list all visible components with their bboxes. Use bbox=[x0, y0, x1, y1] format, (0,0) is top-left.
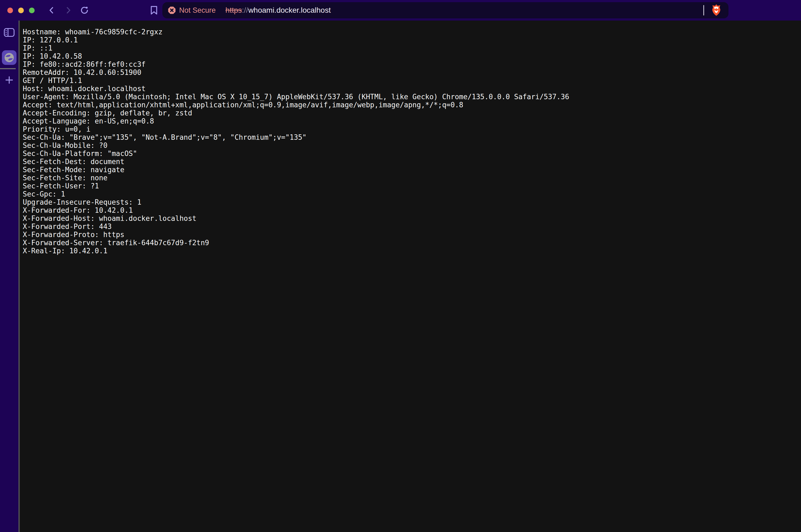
bookmark-icon bbox=[150, 5, 158, 15]
back-icon bbox=[47, 6, 56, 15]
security-badge: Not Secure bbox=[179, 6, 216, 15]
response-text: Hostname: whoami-76c9859cfc-2rgxzIP: 127… bbox=[23, 28, 801, 255]
sidebar-item-active-tab[interactable] bbox=[2, 50, 17, 65]
navigation-buttons bbox=[46, 5, 90, 16]
reload-icon bbox=[80, 5, 90, 15]
header-line: RemoteAddr: 10.42.0.60:51900 bbox=[23, 69, 801, 76]
close-window-button[interactable] bbox=[7, 7, 13, 13]
header-line: Sec-Ch-Ua: "Brave";v="135", "Not-A.Brand… bbox=[23, 133, 801, 141]
new-tab-button[interactable] bbox=[3, 74, 15, 86]
url-scheme-separator: :// bbox=[242, 6, 248, 15]
bookmark-button[interactable] bbox=[149, 5, 159, 16]
header-line: Sec-Gpc: 1 bbox=[23, 190, 801, 198]
header-line: IP: 127.0.0.1 bbox=[23, 36, 801, 44]
page-content: Hostname: whoami-76c9859cfc-2rgxzIP: 127… bbox=[20, 21, 801, 532]
header-line: X-Forwarded-For: 10.42.0.1 bbox=[23, 206, 801, 214]
sidebar-panel-icon bbox=[3, 27, 15, 38]
header-line: Hostname: whoami-76c9859cfc-2rgxz bbox=[23, 28, 801, 36]
header-line: Sec-Ch-Ua-Platform: "macOS" bbox=[23, 150, 801, 158]
url-scheme: https bbox=[225, 6, 242, 15]
header-line: Priority: u=0, i bbox=[23, 125, 801, 133]
browser-toolbar: Not Secure https :// whoami.docker.local… bbox=[0, 0, 801, 21]
header-line: Sec-Fetch-Mode: navigate bbox=[23, 166, 801, 174]
header-line: Accept-Language: en-US,en;q=0.8 bbox=[23, 117, 801, 125]
header-line: X-Forwarded-Port: 443 bbox=[23, 223, 801, 231]
sidebar bbox=[0, 21, 18, 532]
urlbar-separator bbox=[703, 5, 704, 15]
brave-shields-icon bbox=[711, 4, 722, 17]
window-controls bbox=[7, 7, 35, 13]
header-line: User-Agent: Mozilla/5.0 (Macintosh; Inte… bbox=[23, 93, 801, 101]
reload-button[interactable] bbox=[79, 5, 90, 16]
not-secure-icon bbox=[168, 6, 176, 14]
header-line: Sec-Fetch-User: ?1 bbox=[23, 182, 801, 190]
sidebar-toggle-button[interactable] bbox=[3, 26, 15, 38]
header-line: GET / HTTP/1.1 bbox=[23, 76, 801, 84]
minimize-window-button[interactable] bbox=[18, 7, 24, 13]
header-line: Sec-Fetch-Site: none bbox=[23, 174, 801, 182]
header-line: IP: 10.42.0.58 bbox=[23, 52, 801, 60]
plus-icon bbox=[5, 75, 14, 84]
header-line: Accept: text/html,application/xhtml+xml,… bbox=[23, 101, 801, 109]
address-bar[interactable]: Not Secure https :// whoami.docker.local… bbox=[162, 2, 728, 18]
globe-icon bbox=[4, 52, 15, 63]
sidebar-divider bbox=[0, 68, 16, 69]
brave-shields-button[interactable] bbox=[710, 4, 723, 17]
header-line: IP: fe80::acd2:86ff:fef0:cc3f bbox=[23, 60, 801, 69]
header-line: Host: whoami.docker.localhost bbox=[23, 84, 801, 93]
header-line: X-Forwarded-Server: traefik-644b7c67d9-f… bbox=[23, 239, 801, 247]
forward-icon bbox=[63, 6, 73, 15]
fullscreen-window-button[interactable] bbox=[29, 7, 35, 13]
header-line: Sec-Fetch-Dest: document bbox=[23, 158, 801, 166]
header-line: X-Forwarded-Proto: https bbox=[23, 231, 801, 239]
header-line: Accept-Encoding: gzip, deflate, br, zstd bbox=[23, 109, 801, 117]
header-line: X-Forwarded-Host: whoami.docker.localhos… bbox=[23, 214, 801, 223]
header-line: IP: ::1 bbox=[23, 44, 801, 52]
url-host: whoami.docker.localhost bbox=[248, 6, 331, 15]
header-line: Sec-Ch-Ua-Mobile: ?0 bbox=[23, 141, 801, 150]
header-line: X-Real-Ip: 10.42.0.1 bbox=[23, 247, 801, 255]
forward-button[interactable] bbox=[63, 5, 74, 16]
header-line: Upgrade-Insecure-Requests: 1 bbox=[23, 198, 801, 206]
back-button[interactable] bbox=[46, 5, 57, 16]
